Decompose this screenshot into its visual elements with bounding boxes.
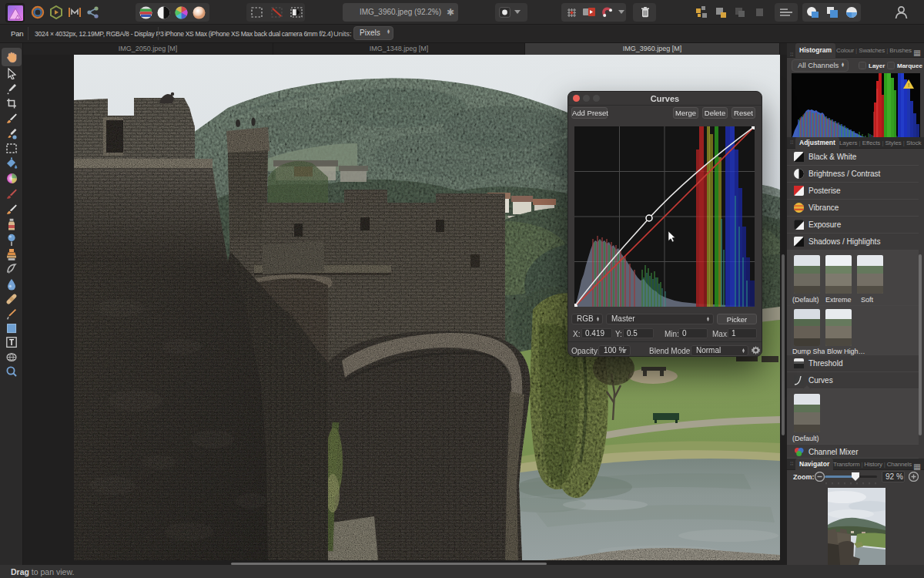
- svg-text:!: !: [908, 82, 909, 89]
- svg-text:T: T: [9, 338, 14, 347]
